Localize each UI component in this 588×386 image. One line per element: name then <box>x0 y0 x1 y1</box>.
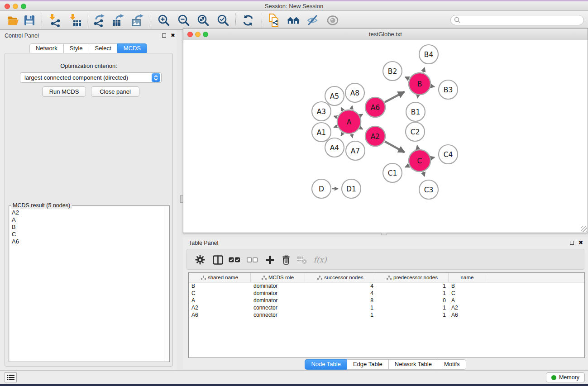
deselect-all-columns-icon[interactable] <box>246 254 258 265</box>
table-cell[interactable]: 1 <box>376 282 449 290</box>
criterion-select[interactable]: largest connected component (directed) <box>20 72 162 83</box>
column-header-shared-name[interactable]: shared name <box>189 273 251 282</box>
table-cell[interactable]: 1 <box>376 290 449 297</box>
home-icon[interactable] <box>287 14 300 27</box>
show-columns-icon[interactable] <box>212 254 224 265</box>
table-cell[interactable]: 0 <box>376 297 449 304</box>
graph-edge-A-A1[interactable] <box>334 126 337 128</box>
tab-edge-table[interactable]: Edge Table <box>347 359 388 370</box>
search-field[interactable] <box>450 15 584 25</box>
table-row[interactable]: A2connector11A2 <box>189 304 584 311</box>
app-close-button[interactable] <box>5 4 10 9</box>
graph-edge-C-C1[interactable] <box>405 166 409 167</box>
search-input[interactable] <box>461 15 583 25</box>
mcds-result-item[interactable]: A2 <box>12 209 165 216</box>
show-graphics-details-icon[interactable] <box>326 14 339 27</box>
app-zoom-button[interactable] <box>21 4 26 9</box>
network-zoom-button[interactable] <box>203 32 208 37</box>
network-graph-canvas[interactable]: B4B2BB3A5A8A6A3B1AA1C2A2A4A7C4CC1C3DD1 <box>183 40 588 233</box>
zoom-fit-icon[interactable] <box>196 14 210 27</box>
zoom-out-icon[interactable] <box>177 14 191 27</box>
network-minimize-button[interactable] <box>195 32 201 37</box>
export-network-icon[interactable] <box>92 14 106 27</box>
column-header-mcds-role[interactable]: MCDS role <box>251 273 305 282</box>
graph-edge-A-A4[interactable] <box>341 133 343 136</box>
mcds-result-item[interactable]: A <box>12 216 165 224</box>
table-cell[interactable]: A6 <box>189 311 251 319</box>
table-cell[interactable]: B <box>189 282 251 290</box>
table-cell[interactable]: A <box>449 297 486 304</box>
mcds-result-item[interactable]: B <box>12 224 165 231</box>
delete-column-icon[interactable] <box>280 254 292 265</box>
table-cell[interactable]: C <box>449 290 486 297</box>
table-cell[interactable]: 8 <box>305 297 376 304</box>
clone-network-icon[interactable] <box>268 14 281 27</box>
refresh-layout-icon[interactable] <box>241 14 255 27</box>
table-cell[interactable]: connector <box>251 311 305 319</box>
save-session-icon[interactable] <box>23 14 36 27</box>
window-resize-grip[interactable] <box>581 226 587 232</box>
table-cell[interactable]: 4 <box>305 290 376 297</box>
mcds-result-item[interactable]: C <box>12 231 165 238</box>
table-cell[interactable]: B <box>449 282 486 290</box>
column-header-name[interactable]: name <box>449 273 486 282</box>
table-cell[interactable]: 1 <box>376 311 449 319</box>
table-cell[interactable]: 1 <box>305 304 376 311</box>
table-cell[interactable]: 1 <box>376 304 449 311</box>
column-header-predecessor-nodes[interactable]: predecessor nodes <box>376 273 449 282</box>
tab-network-table[interactable]: Network Table <box>388 359 438 370</box>
table-cell[interactable]: A2 <box>449 304 486 311</box>
export-table-icon[interactable] <box>112 14 125 27</box>
table-cell[interactable]: dominator <box>251 290 305 297</box>
task-history-button[interactable] <box>5 372 17 382</box>
open-session-icon[interactable] <box>6 14 20 27</box>
memory-button[interactable]: Memory <box>546 372 585 382</box>
run-mcds-button[interactable]: Run MCDS <box>42 86 86 97</box>
table-cell[interactable]: dominator <box>251 297 305 304</box>
column-header-successor-nodes[interactable]: successor nodes <box>305 273 376 282</box>
graph-edge-A-A2[interactable] <box>360 128 363 129</box>
table-row[interactable]: Adominator80A <box>189 297 584 304</box>
table-row[interactable]: Cdominator41C <box>189 290 584 297</box>
table-row[interactable]: A6connector11A6 <box>189 311 584 319</box>
table-cell[interactable]: A <box>189 297 251 304</box>
graph-edge-B-B1[interactable] <box>417 95 418 98</box>
hide-graphics-details-icon[interactable] <box>306 14 320 27</box>
table-cell[interactable]: dominator <box>251 282 305 290</box>
table-cell[interactable]: 1 <box>305 311 376 319</box>
graph-edge-C-C3[interactable] <box>423 172 425 176</box>
graph-edge-A-A7[interactable] <box>352 134 353 138</box>
float-window-icon[interactable] <box>162 33 166 38</box>
table-cell[interactable]: connector <box>251 304 305 311</box>
graph-edge-A6-B[interactable] <box>385 92 404 102</box>
table-cell[interactable]: C <box>189 290 251 297</box>
graph-edge-B-B2[interactable] <box>405 77 409 79</box>
mcds-result-list[interactable]: A2ABCA6 <box>10 206 165 362</box>
zoom-selected-icon[interactable] <box>216 14 230 27</box>
export-image-icon[interactable] <box>131 14 145 27</box>
tab-network[interactable]: Network <box>29 43 63 54</box>
network-close-button[interactable] <box>187 32 193 37</box>
table-cell[interactable]: A6 <box>449 311 486 319</box>
table-row[interactable]: Bdominator41B <box>189 282 584 290</box>
graph-edge-C-C2[interactable] <box>417 146 418 149</box>
table-cell[interactable]: A2 <box>189 304 251 311</box>
tab-motifs[interactable]: Motifs <box>438 359 466 370</box>
close-icon[interactable]: ✖ <box>171 33 175 38</box>
close-panel-button[interactable]: Close panel <box>91 86 139 97</box>
import-network-icon[interactable] <box>48 14 62 27</box>
mcds-result-item[interactable]: A6 <box>12 238 165 245</box>
graph-edge-A-A5[interactable] <box>341 108 343 111</box>
float-window-icon[interactable] <box>570 241 574 245</box>
create-column-icon[interactable] <box>264 254 276 265</box>
graph-edge-A2-C[interactable] <box>385 142 404 152</box>
graph-edge-B-B3[interactable] <box>431 86 434 86</box>
mcds-result-scrollbar[interactable] <box>164 206 169 362</box>
tab-select[interactable]: Select <box>89 43 117 54</box>
import-table-icon[interactable] <box>68 14 82 27</box>
select-all-columns-icon[interactable] <box>229 254 240 265</box>
table-cell[interactable]: 4 <box>305 282 376 290</box>
graph-edge-A-A8[interactable] <box>352 106 353 110</box>
zoom-in-icon[interactable] <box>157 14 171 27</box>
graph-edge-A-A3[interactable] <box>334 116 337 117</box>
